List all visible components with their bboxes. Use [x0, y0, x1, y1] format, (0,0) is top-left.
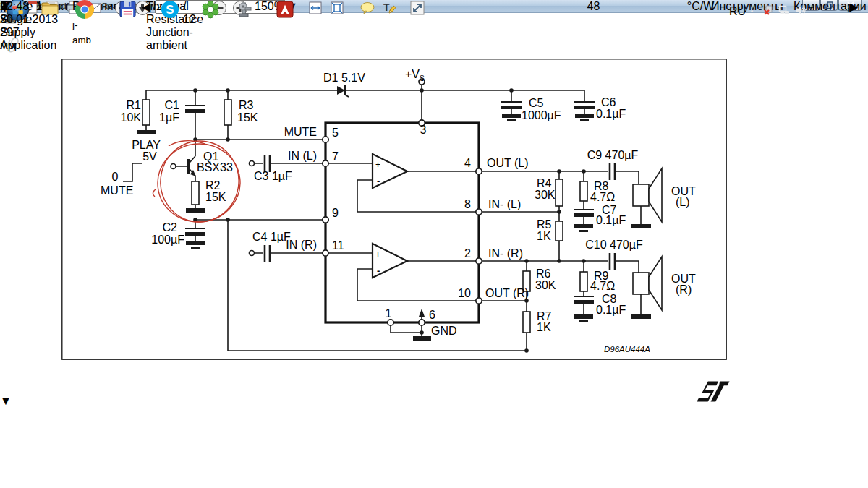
label-r3-value: 15K — [237, 111, 258, 124]
label-r3: R3 — [239, 99, 254, 111]
circuit-diagram: + - + - — [61, 59, 727, 360]
label-out-r: OUT (R) — [485, 287, 529, 299]
highlight-button[interactable]: T — [381, 0, 397, 19]
device-status-icon[interactable] — [762, 4, 774, 19]
label-r7-value: 1K — [537, 321, 551, 333]
label-r5-value: 1K — [537, 230, 551, 242]
label-mute: MUTE — [284, 126, 317, 138]
label-r4: R4 — [537, 177, 552, 189]
label-pin3: 3 — [420, 124, 427, 136]
opamp-r-plus: + — [375, 249, 380, 260]
label-r2-value: 15K — [205, 191, 226, 203]
label-q1-type: BSX33 — [197, 161, 233, 174]
label-c7-value: 0.1µF — [596, 214, 626, 226]
taskbar-item-skype[interactable]: S — [161, 0, 185, 22]
figure-frame — [62, 59, 726, 359]
st-logo — [696, 379, 731, 403]
label-c1-value: 1µF — [159, 111, 179, 124]
hidden-icons-button[interactable]: ▲ — [749, 8, 754, 13]
label-in-neg-r: IN- (R) — [488, 247, 523, 260]
volume-icon[interactable] — [794, 4, 806, 19]
label-c8-value: 0.1µF — [596, 304, 626, 316]
table-value-cell: 48 — [517, 0, 670, 13]
taskbar-item-utility[interactable] — [234, 0, 273, 22]
comment-button[interactable] — [359, 0, 375, 19]
label-pin1: 1 — [386, 307, 392, 320]
label-c10: C10 470µF — [585, 239, 643, 251]
taskbar-item-floppy[interactable] — [119, 0, 143, 21]
tool-icon — [234, 0, 253, 19]
label-mute-low: MUTE — [101, 184, 133, 197]
label-in-neg-l: IN- (L) — [488, 198, 521, 210]
taskbar-item-chrome[interactable] — [75, 0, 114, 22]
label-play: PLAY — [132, 139, 161, 151]
comment-bubble-icon — [359, 0, 375, 16]
label-d1: D1 5.1V — [323, 72, 365, 84]
svg-text:T: T — [383, 1, 390, 13]
label-play-value: 5V — [142, 150, 157, 163]
label-r8-value: 4.7Ω — [590, 191, 615, 203]
label-gnd: GND — [431, 325, 457, 337]
label-c5-value: 1000µF — [522, 109, 561, 121]
label-r6: R6 — [536, 267, 551, 280]
label-pin9: 9 — [332, 207, 339, 219]
label-r1: R1 — [127, 99, 142, 111]
label-pin6: 6 — [429, 309, 435, 321]
icq-flower-icon — [201, 0, 220, 19]
label-vs: +V — [405, 68, 420, 80]
label-c1: C1 — [165, 99, 180, 111]
fit-page-button[interactable] — [329, 0, 345, 19]
fullscreen-icon — [409, 0, 425, 16]
label-in-l: IN (L) — [288, 150, 317, 162]
highlight-text-icon: T — [381, 0, 397, 16]
label-out-l: OUT (L) — [487, 157, 528, 169]
label-pin7: 7 — [332, 150, 339, 163]
adobe-reader-icon — [276, 0, 294, 19]
taskbar-item-adobe-reader[interactable] — [276, 0, 313, 22]
fit-page-icon — [329, 0, 345, 16]
label-r9-value: 4.7Ω — [590, 280, 615, 292]
opamp-l-plus: + — [375, 160, 380, 170]
label-r1-value: 10K — [121, 111, 142, 124]
opamp-l-minus: - — [377, 176, 380, 187]
label-in-r: IN (R) — [286, 239, 317, 251]
label-r2: R2 — [205, 179, 221, 192]
opamp-r-minus: - — [377, 265, 380, 276]
label-c6: C6 — [601, 96, 616, 108]
label-c2: C2 — [163, 221, 178, 234]
fullscreen-button[interactable] — [409, 0, 425, 19]
label-c4: C4 1µF — [252, 231, 291, 243]
label-spk-l: (L) — [676, 196, 690, 208]
label-c5: C5 — [529, 97, 544, 109]
label-r4-value: 30K — [535, 189, 556, 201]
tray-date: 30.01.2013 — [0, 13, 58, 26]
network-icon[interactable] — [778, 4, 790, 19]
svg-text:S: S — [166, 3, 174, 17]
label-pin10: 10 — [458, 287, 471, 299]
label-pin8: 8 — [464, 198, 471, 210]
skype-icon: S — [161, 0, 179, 19]
label-pin2: 2 — [464, 247, 471, 260]
label-vs-sub: S — [420, 74, 425, 82]
label-drawing-code: D96AU444A — [604, 345, 650, 354]
label-c6-value: 0.1µF — [596, 108, 626, 120]
h-scroll-right-button[interactable]: ▶ — [849, 0, 858, 14]
tray-time: 12:48 — [0, 0, 58, 13]
clock[interactable]: 12:48 30.01.2013 — [0, 0, 58, 26]
taskbar-item-icq[interactable] — [201, 0, 226, 22]
label-spk-r: (R) — [676, 283, 692, 296]
label-r6-value: 30K — [535, 279, 556, 291]
label-c2-value: 100µF — [151, 234, 184, 246]
label-c9: C9 470µF — [587, 149, 639, 161]
scroll-down-button[interactable]: ▼ — [0, 395, 12, 408]
label-pin5: 5 — [332, 127, 339, 139]
table-unit-cell: °C/W — [670, 0, 731, 13]
chrome-icon — [75, 0, 94, 19]
label-zero: 0 — [112, 171, 119, 183]
label-pin11: 11 — [332, 239, 344, 252]
label-pin4: 4 — [464, 157, 471, 169]
language-indicator[interactable]: RU — [729, 5, 746, 18]
label-r5: R5 — [537, 218, 552, 231]
label-c3: C3 1µF — [254, 170, 292, 182]
floppy-disk-icon — [119, 0, 137, 18]
